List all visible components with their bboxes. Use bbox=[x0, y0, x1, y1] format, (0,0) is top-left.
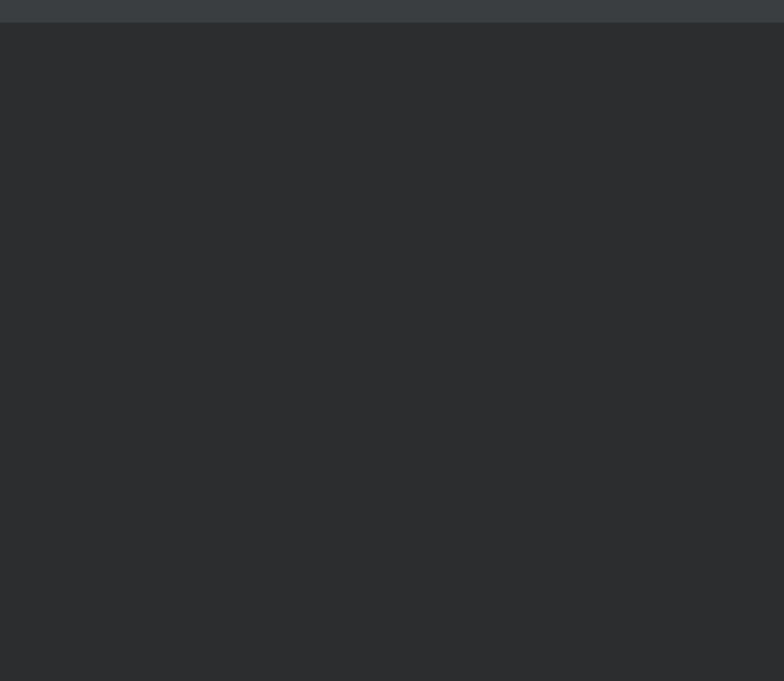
editor-tab-bar bbox=[0, 0, 784, 23]
ide-window bbox=[0, 0, 784, 681]
code-editor[interactable] bbox=[0, 23, 784, 681]
